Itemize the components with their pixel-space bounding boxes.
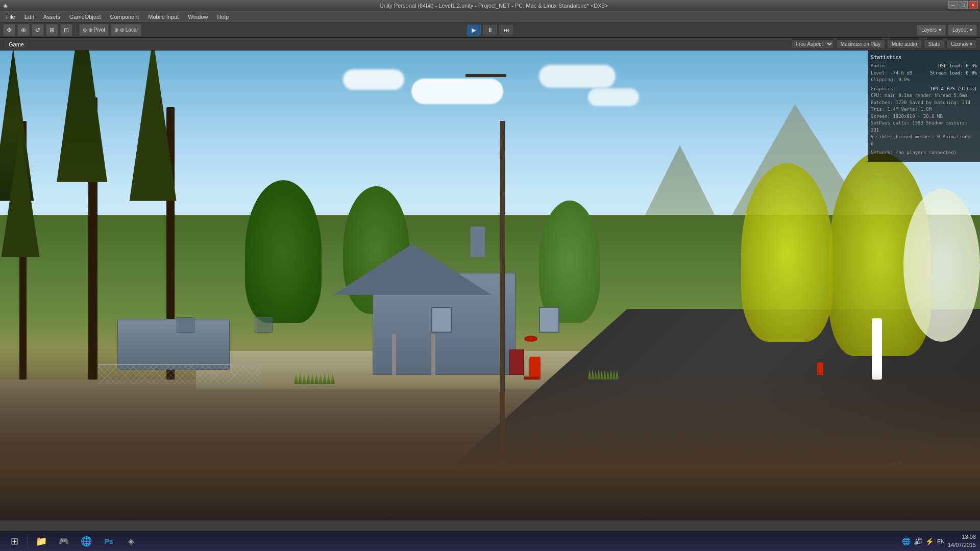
local-icon: ⊕ bbox=[114, 27, 118, 33]
network-stats: Network: (no players connected) bbox=[871, 149, 977, 157]
maximize-button[interactable]: □ bbox=[959, 1, 968, 9]
taskbar-sep bbox=[28, 534, 28, 548]
transform-rotate-tool[interactable]: ↺ bbox=[32, 24, 44, 36]
date-display: 14/07/2015 bbox=[948, 541, 976, 549]
play-button[interactable]: ▶ bbox=[466, 24, 481, 36]
time-display: 13:08 bbox=[948, 533, 976, 541]
transform-scale-tool[interactable]: ⊞ bbox=[46, 24, 58, 36]
stats-button[interactable]: Stats bbox=[924, 39, 945, 48]
fps-value: 109.4 FPS (9.1ms) bbox=[930, 86, 977, 93]
file-explorer-button[interactable]: 📁 bbox=[31, 532, 52, 550]
app-icon: ◈ bbox=[3, 2, 8, 9]
photoshop-icon: Ps bbox=[104, 537, 113, 545]
cloud-1 bbox=[343, 69, 404, 90]
batches-info: Batches: 1730 Saved by batching: 214 bbox=[871, 100, 970, 105]
pivot-button[interactable]: ⊕ ⊕ Pivot bbox=[79, 24, 109, 36]
menu-help[interactable]: Help bbox=[213, 13, 233, 21]
menu-edit[interactable]: Edit bbox=[20, 13, 38, 21]
house-window-2 bbox=[539, 307, 559, 333]
layout-label: Layout bbox=[952, 27, 968, 33]
bg-tree-green-1 bbox=[245, 180, 322, 323]
autumn-tree-2 bbox=[741, 163, 833, 342]
menu-assets[interactable]: Assets bbox=[39, 13, 64, 21]
chrome-button[interactable]: 🌐 bbox=[76, 532, 96, 550]
house-chimney bbox=[471, 227, 485, 257]
dsp-load: DSP load: 0.3% bbox=[938, 63, 977, 70]
steam-icon: 🎮 bbox=[59, 536, 69, 546]
tab-game-label: Game bbox=[9, 41, 24, 47]
toolbar-right: Layers ▾ Layout ▾ bbox=[917, 24, 977, 36]
transform-rect-tool[interactable]: ⊡ bbox=[60, 24, 72, 36]
porch-col-1 bbox=[392, 334, 396, 375]
pivot-label: ⊕ Pivot bbox=[88, 27, 105, 33]
screen-info: Screen: 1920x910 - 20.0 MB bbox=[871, 114, 943, 119]
network-info: Network: (no players connected) bbox=[871, 150, 957, 155]
clock[interactable]: 13:08 14/07/2015 bbox=[948, 533, 976, 549]
tris-info: Tris: 1.4M Verts: 1.0M bbox=[871, 107, 932, 112]
menu-file[interactable]: File bbox=[2, 13, 19, 21]
game-viewport[interactable]: Statistics Audio: DSP load: 0.3% Level: … bbox=[0, 51, 980, 520]
layers-label: Layers bbox=[921, 27, 937, 33]
power-tray-icon[interactable]: ⚡ bbox=[925, 537, 934, 545]
cloud-3 bbox=[539, 65, 616, 88]
menu-window[interactable]: Window bbox=[184, 13, 212, 21]
cpu-info: CPU: main 9.1ms render thread 5.6ms bbox=[871, 93, 968, 98]
transform-hand-tool[interactable]: ✥ bbox=[3, 24, 15, 36]
pivot-icon: ⊕ bbox=[83, 27, 87, 33]
trailer-window bbox=[177, 317, 194, 333]
audio-stats: Audio: DSP load: 0.3% Level: -74.6 dB St… bbox=[871, 63, 977, 84]
layout-chevron-icon: ▾ bbox=[970, 27, 972, 33]
graphics-stats: Graphics: 109.4 FPS (9.1ms) CPU: main 9.… bbox=[871, 86, 977, 148]
chrome-icon: 🌐 bbox=[81, 536, 92, 547]
tab-bar: Game Free Aspect Maximize on Play Mute a… bbox=[0, 38, 980, 51]
minimize-button[interactable]: ─ bbox=[948, 1, 958, 9]
stats-title: Statistics bbox=[871, 54, 977, 61]
unity-taskbar-icon: ◈ bbox=[128, 536, 134, 546]
graphics-label: Graphics: bbox=[871, 86, 896, 93]
setpass-info: SetPass calls: 1593 Shadow casters: 231 bbox=[871, 120, 968, 133]
local-button[interactable]: ⊕ ⊕ Local bbox=[111, 24, 141, 36]
maximize-on-play-button[interactable]: Maximize on Play bbox=[836, 39, 885, 48]
audio-level: Level: -74.6 dB bbox=[871, 70, 912, 77]
autumn-tree-3 bbox=[903, 189, 980, 342]
grass-foreground bbox=[0, 370, 980, 520]
main-content: Statistics Audio: DSP load: 0.3% Level: … bbox=[0, 51, 980, 520]
steam-button[interactable]: 🎮 bbox=[54, 532, 74, 550]
stream-load: Stream load: 0.0% bbox=[930, 70, 977, 77]
layout-dropdown[interactable]: Layout ▾ bbox=[948, 24, 977, 36]
layers-chevron-icon: ▾ bbox=[939, 27, 941, 33]
unity-taskbar-button[interactable]: ◈ bbox=[121, 532, 141, 550]
taskbar-right: 🌐 🔊 ⚡ EN 13:08 14/07/2015 bbox=[902, 533, 976, 549]
sys-tray: 🌐 🔊 ⚡ bbox=[902, 537, 934, 545]
pause-button[interactable]: ⏸ bbox=[482, 24, 498, 36]
step-button[interactable]: ⏭ bbox=[499, 24, 514, 36]
menu-mobile-input[interactable]: Mobile Input bbox=[144, 13, 183, 21]
cloud-4 bbox=[588, 88, 639, 106]
gizmos-button[interactable]: Gizmos ▾ bbox=[946, 39, 977, 48]
stats-panel: Statistics Audio: DSP load: 0.3% Level: … bbox=[868, 51, 980, 162]
skinned-info: Visible skinned meshes: 0 Animations: 0 bbox=[871, 134, 973, 146]
layers-dropdown[interactable]: Layers ▾ bbox=[917, 24, 946, 36]
porch-col-2 bbox=[431, 334, 435, 375]
toolbar: ✥ ⊕ ↺ ⊞ ⊡ ⊕ ⊕ Pivot ⊕ ⊕ Local ▶ ⏸ ⏭ Laye… bbox=[0, 22, 980, 38]
close-button[interactable]: ✕ bbox=[969, 1, 978, 9]
language-indicator[interactable]: EN bbox=[937, 538, 945, 544]
start-button[interactable]: ⊞ bbox=[4, 532, 24, 550]
photoshop-button[interactable]: Ps bbox=[99, 532, 119, 550]
transform-move-tool[interactable]: ⊕ bbox=[17, 24, 30, 36]
folder-icon: 📁 bbox=[36, 536, 47, 547]
menu-gameobject[interactable]: GameObject bbox=[65, 13, 105, 21]
taskbar: ⊞ 📁 🎮 🌐 Ps ◈ 🌐 🔊 ⚡ EN 13:08 14/07/2015 bbox=[0, 531, 980, 551]
network-tray-icon[interactable]: 🌐 bbox=[902, 537, 911, 545]
trailer-body bbox=[117, 319, 230, 370]
speaker-tray-icon[interactable]: 🔊 bbox=[914, 537, 922, 545]
house-window-1 bbox=[431, 307, 452, 333]
tab-game[interactable]: Game bbox=[3, 39, 30, 49]
toolbar-sep-1 bbox=[76, 25, 76, 35]
utility-pole-crossbar bbox=[465, 74, 506, 77]
window-controls: ─ □ ✕ bbox=[948, 1, 978, 9]
aspect-select[interactable]: Free Aspect bbox=[791, 39, 834, 48]
menu-component[interactable]: Component bbox=[106, 13, 143, 21]
audio-label: Audio: bbox=[871, 63, 888, 70]
mute-audio-button[interactable]: Mute audio bbox=[887, 39, 921, 48]
